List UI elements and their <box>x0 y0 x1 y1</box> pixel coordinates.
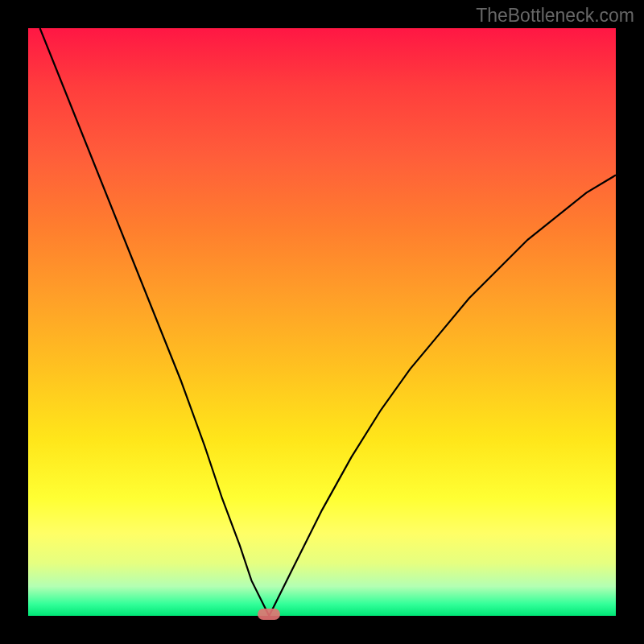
chart-container: TheBottleneck.com <box>0 0 644 644</box>
optimal-point-marker <box>258 609 280 620</box>
curve-layer <box>28 28 616 616</box>
bottleneck-curve <box>40 28 616 616</box>
plot-area <box>28 28 616 616</box>
watermark-text: TheBottleneck.com <box>476 5 634 27</box>
